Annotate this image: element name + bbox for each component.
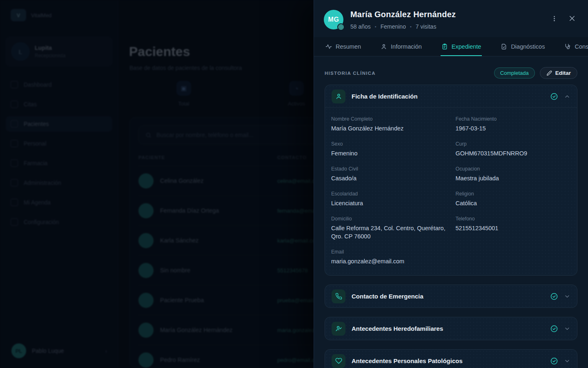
field-email: Emailmaria.gonzalez@email.com [331, 249, 447, 265]
section-title: Antecedentes Personales Patológicos [352, 357, 550, 364]
chevron-down-icon[interactable] [564, 325, 570, 332]
patient-visits: 7 visitas [416, 23, 437, 30]
field-nombre-completo: Nombre CompletoMaría González Hernández [331, 116, 447, 132]
patient-avatar-large: MG [324, 10, 343, 29]
user-check-icon [332, 322, 345, 336]
field-ocupacion: OcupacionMaestra jubilada [456, 166, 571, 182]
patient-name-title: María González Hernández [350, 10, 548, 19]
tab-label: Información [391, 43, 422, 50]
field-value: 5215512345001 [456, 224, 571, 232]
field-sexo: SexoFemenino [331, 141, 447, 157]
chevron-up-icon[interactable] [564, 93, 570, 100]
patient-age: 58 años [350, 23, 371, 30]
section-title: Antecedentes Heredofamiliares [352, 325, 550, 332]
panel-header: MG María González Hernández 58 años • Fe… [314, 0, 588, 37]
avatar-status-badge [337, 23, 345, 31]
field-value: maria.gonzalez@email.com [331, 257, 447, 265]
heart-icon [332, 354, 345, 368]
historia-clinica-header: HISTORIA CLÍNICA Completada Editar [325, 67, 577, 79]
panel-tabs: Resumen Información Expediente Diagnósti… [314, 37, 588, 56]
check-circle-icon [550, 357, 558, 365]
dot-separator: • [375, 24, 376, 29]
section-header-ficha[interactable]: Ficha de Identificación [325, 85, 577, 108]
check-circle-icon [550, 92, 558, 101]
field-label: Escolaridad [331, 191, 447, 197]
field-estado-civil: Estado CivilCasado/a [331, 166, 447, 182]
field-label: Email [331, 249, 447, 255]
section-header-contacto[interactable]: Contacto de Emergencia [325, 285, 577, 307]
field-value: Licenciatura [331, 199, 447, 207]
field-value: Casado/a [331, 174, 447, 182]
field-value: Calle Reforma 234, Col. Centro, Querétar… [331, 224, 447, 240]
section-header-patologicos[interactable]: Antecedentes Personales Patológicos [325, 350, 577, 368]
tab-consultas[interactable]: Consultas [564, 37, 588, 56]
stethoscope-icon [564, 43, 571, 50]
field-label: Religion [456, 191, 571, 197]
identification-user-icon [332, 90, 345, 103]
field-label: Nombre Completo [331, 116, 447, 122]
tab-resumen[interactable]: Resumen [325, 37, 362, 56]
patient-detail-panel: MG María González Hernández 58 años • Fe… [314, 0, 588, 368]
field-fecha-nacimiento: Fecha Nacimiento1967-03-15 [456, 116, 571, 132]
field-value: Maestra jubilada [456, 174, 571, 182]
chevron-down-icon[interactable] [564, 293, 570, 300]
close-panel-button[interactable] [566, 12, 578, 26]
field-value: Femenino [331, 149, 447, 157]
tab-diagnosticos[interactable]: Diagnósticos [500, 37, 546, 56]
field-label: Estado Civil [331, 166, 447, 172]
section-antecedentes-heredofamiliares: Antecedentes Heredofamiliares [325, 317, 577, 340]
identification-fields: Nombre CompletoMaría González Hernández … [325, 108, 577, 275]
edit-button-label: Editar [555, 70, 571, 76]
expediente-content: HISTORIA CLÍNICA Completada Editar Ficha… [314, 56, 588, 368]
close-icon [568, 15, 576, 22]
section-antecedentes-patologicos: Antecedentes Personales Patológicos [325, 349, 577, 368]
file-check-icon [501, 43, 507, 50]
check-circle-icon [550, 325, 558, 333]
section-ficha-identificacion: Ficha de Identificación Nombre CompletoM… [325, 85, 577, 276]
field-label: Fecha Nacimiento [456, 116, 571, 122]
check-circle-icon [550, 292, 558, 301]
section-header-heredofamiliares[interactable]: Antecedentes Heredofamiliares [325, 317, 577, 340]
phone-icon [332, 289, 345, 303]
field-telefono: Telefono5215512345001 [456, 216, 571, 240]
status-badge: Completada [494, 67, 535, 79]
activity-icon [325, 43, 332, 50]
dot-separator: • [410, 24, 412, 29]
field-value: María González Hernández [331, 124, 447, 132]
tab-label: Expediente [452, 43, 481, 50]
tab-label: Resumen [336, 43, 361, 50]
section-title: Contacto de Emergencia [352, 293, 550, 300]
tab-label: Diagnósticos [511, 43, 545, 50]
field-label: Telefono [456, 216, 571, 222]
patient-meta: 58 años • Femenino • 7 visitas [350, 23, 548, 30]
field-escolaridad: EscolaridadLicenciatura [331, 191, 447, 207]
clipboard-icon [441, 43, 448, 50]
field-value: Católica [456, 199, 571, 207]
user-icon [381, 43, 387, 50]
field-curp: CurpGOHM670315MDFNRRO9 [456, 141, 571, 157]
field-label: Domicilio [331, 216, 447, 222]
patient-sex: Femenino [381, 23, 406, 30]
field-label: Ocupacion [456, 166, 571, 172]
tab-label: Consultas [575, 43, 588, 50]
chevron-down-icon[interactable] [564, 358, 570, 364]
section-title: Ficha de Identificación [352, 93, 550, 100]
field-value: 1967-03-15 [456, 124, 571, 132]
more-options-button[interactable] [548, 13, 560, 26]
edit-button[interactable]: Editar [540, 67, 577, 79]
tab-informacion[interactable]: Información [380, 37, 423, 56]
historia-clinica-label: HISTORIA CLÍNICA [325, 71, 494, 76]
field-value: GOHM670315MDFNRRO9 [456, 149, 571, 157]
section-contacto-emergencia: Contacto de Emergencia [325, 285, 577, 308]
field-religion: ReligionCatólica [456, 191, 571, 207]
pencil-icon [546, 70, 552, 76]
field-label: Sexo [331, 141, 447, 147]
field-label: Curp [456, 141, 571, 147]
kebab-menu-icon [551, 15, 558, 22]
field-domicilio: DomicilioCalle Reforma 234, Col. Centro,… [331, 216, 447, 240]
tab-expediente[interactable]: Expediente [441, 37, 482, 56]
